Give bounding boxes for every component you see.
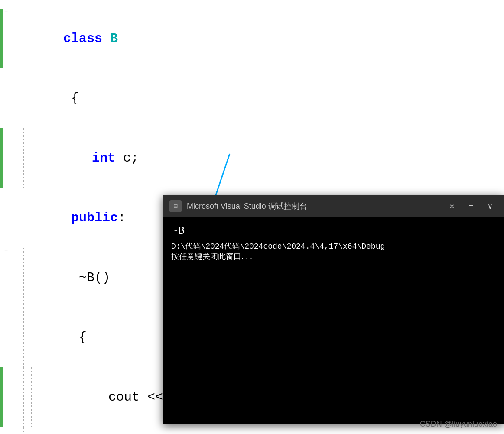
gutter: − xyxy=(0,9,12,16)
dashed-line xyxy=(23,248,24,308)
vs-icon: ⊞ xyxy=(173,202,178,211)
watermark: CSDN @liuyunluoxiao xyxy=(420,420,497,429)
destructor: ~B() xyxy=(79,270,110,285)
code-content: { xyxy=(20,68,79,128)
code-content: { xyxy=(28,308,87,367)
keyword: public xyxy=(71,211,118,225)
code-content: public: xyxy=(20,188,126,248)
keyword: int xyxy=(92,151,123,165)
code-line: − class B xyxy=(0,9,504,68)
dashed-line xyxy=(16,68,16,128)
dashed-line xyxy=(23,308,24,367)
terminal-body: ~B D:\代码\2024代码\2024code\2024.4\4,17\x64… xyxy=(163,217,504,424)
variable: c; xyxy=(123,151,139,165)
code-content: } xyxy=(28,427,87,434)
dashed-line xyxy=(16,427,16,434)
terminal-press-key: 按任意键关闭此窗口. . . xyxy=(171,251,495,262)
colon: : xyxy=(118,211,126,225)
green-bar xyxy=(0,367,3,427)
terminal-output-tilde-b: ~B xyxy=(171,224,495,237)
terminal-titlebar: ⊞ Microsoft Visual Studio 调试控制台 ✕ + ∨ xyxy=(163,195,504,217)
dashed-line xyxy=(23,367,24,427)
collapse-icon[interactable]: − xyxy=(4,9,8,16)
add-tab-button[interactable]: + xyxy=(464,199,478,213)
dashed-line xyxy=(16,367,16,427)
gutter: − xyxy=(0,248,12,255)
terminal-output-path: D:\代码\2024代码\2024code\2024.4\4,17\x64\De… xyxy=(171,241,495,251)
dashed-line xyxy=(16,188,16,248)
code-content: ~B() xyxy=(28,248,110,308)
brace: { xyxy=(79,330,87,345)
dashed-line xyxy=(23,128,24,188)
close-button[interactable]: ✕ xyxy=(445,199,459,213)
brace: { xyxy=(71,91,79,106)
dashed-line xyxy=(16,128,16,188)
code-content: class B xyxy=(12,9,118,68)
dashed-line xyxy=(16,248,16,308)
dropdown-button[interactable]: ∨ xyxy=(483,199,497,213)
dashed-line xyxy=(31,367,32,427)
class-name: B xyxy=(110,31,118,46)
terminal-title: Microsoft Visual Studio 调试控制台 xyxy=(187,201,440,211)
terminal-window: ⊞ Microsoft Visual Studio 调试控制台 ✕ + ∨ ~B… xyxy=(163,195,504,424)
cout: cout xyxy=(108,390,147,405)
dashed-line xyxy=(16,308,16,367)
code-content: int c; xyxy=(28,128,139,188)
keyword: class xyxy=(63,31,110,46)
dashed-line xyxy=(23,427,24,434)
collapse-icon[interactable]: − xyxy=(4,248,8,255)
code-line: int c; xyxy=(0,128,504,188)
terminal-app-icon: ⊞ xyxy=(169,200,182,212)
code-line: { xyxy=(0,68,504,128)
green-bar xyxy=(0,128,3,188)
green-bar xyxy=(0,9,3,68)
